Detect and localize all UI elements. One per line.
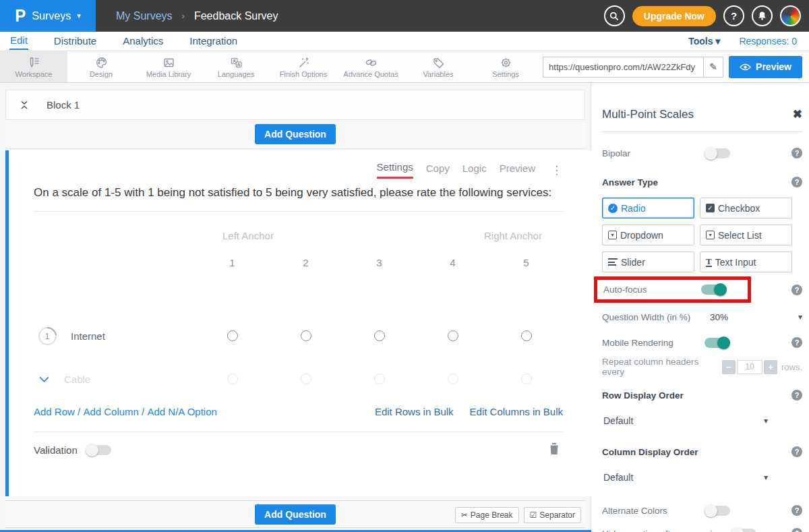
close-panel-icon[interactable]: ✖ [793, 107, 802, 121]
separator-button[interactable]: ☑ Separator [524, 507, 581, 523]
right-anchor-input[interactable]: Right Anchor [484, 230, 542, 241]
add-row-link[interactable]: Add Row [34, 406, 75, 417]
alternate-colors-help-icon[interactable]: ? [791, 505, 802, 516]
add-question-button-top[interactable]: Add Question [255, 124, 336, 144]
bipolar-toggle[interactable] [705, 148, 730, 158]
add-na-option-link[interactable]: Add N/A Option [147, 406, 216, 417]
toolbar-item-finish-options[interactable]: Finish Options [270, 51, 337, 82]
block-title[interactable]: Block 1 [47, 99, 80, 111]
question-tab-logic[interactable]: Logic [462, 162, 487, 178]
validation-toggle[interactable] [86, 445, 111, 455]
row-display-help-icon[interactable]: ? [791, 390, 802, 401]
answer-type-select-list[interactable]: ▾ Select List [700, 225, 792, 245]
radio-internet-5[interactable] [521, 330, 532, 341]
answer-type-radio[interactable]: ✓ Radio [602, 198, 694, 218]
mobile-rendering-toggle[interactable] [705, 338, 730, 348]
stepper-plus-button[interactable]: + [764, 360, 777, 374]
page-break-button[interactable]: ✂ Page Break [455, 507, 519, 523]
radio-internet-2[interactable] [301, 330, 311, 341]
breadcrumb-my-surveys[interactable]: My Surveys [116, 10, 173, 22]
search-button[interactable] [604, 5, 625, 26]
toolbar-item-media-library[interactable]: Media Library [135, 51, 202, 82]
alternate-colors-toggle[interactable] [705, 506, 730, 516]
radio-internet-4[interactable] [448, 330, 458, 341]
scale-number-5[interactable]: 5 [489, 257, 563, 268]
hide-question-toggle[interactable] [731, 529, 756, 532]
chevron-down-icon[interactable] [38, 376, 50, 383]
mobile-rendering-help-icon[interactable]: ? [791, 337, 802, 348]
toolbar-item-workspace[interactable]: Workspace [0, 51, 67, 82]
question-mark-icon: ? [731, 10, 737, 22]
scale-number-4[interactable]: 4 [416, 257, 489, 268]
question-width-value[interactable]: 30% [710, 312, 728, 322]
collapse-block-button[interactable] [20, 99, 29, 111]
repeat-headers-label: Repeat column headers every [602, 357, 722, 377]
alternate-colors-row: Alternate Colors ? [602, 501, 802, 520]
answer-type-checkbox[interactable]: ✓ Checkbox [700, 198, 792, 218]
responses-count-link[interactable]: Responses: 0 [739, 36, 797, 47]
question-tab-copy[interactable]: Copy [426, 162, 450, 178]
question-text[interactable]: On a scale of 1-5 with 1 being not satis… [34, 184, 553, 202]
toolbar-item-advance-quotas[interactable]: Advance Quotas [337, 51, 404, 82]
radio-cable-3[interactable] [374, 374, 385, 384]
tab-edit[interactable]: Edit [9, 32, 28, 50]
add-question-button-bottom[interactable]: Add Question [255, 504, 336, 525]
row-label-cable[interactable]: Cable [64, 374, 90, 385]
question-tab-settings[interactable]: Settings [377, 161, 413, 179]
answer-type-help-icon[interactable]: ? [791, 177, 802, 187]
question-width-label: Question Width (in %) [602, 312, 710, 322]
radio-cable-5[interactable] [521, 374, 532, 384]
radio-cable-1[interactable] [227, 374, 238, 384]
toolbar-item-languages[interactable]: Languages [202, 51, 270, 82]
left-anchor-input[interactable]: Left Anchor [222, 230, 274, 241]
answer-type-dropdown[interactable]: ▾ Dropdown [602, 225, 694, 245]
bipolar-row: Bipolar ? [602, 142, 802, 164]
user-avatar[interactable] [780, 5, 801, 26]
dropdown-box-icon: ▾ [608, 231, 617, 239]
tab-integration[interactable]: Integration [189, 33, 238, 49]
scale-number-3[interactable]: 3 [342, 257, 416, 268]
radio-internet-3[interactable] [374, 330, 385, 341]
edit-columns-in-bulk-link[interactable]: Edit Columns in Bulk [470, 406, 563, 417]
radio-internet-1[interactable] [227, 330, 238, 341]
preview-button[interactable]: Preview [729, 56, 802, 78]
question-width-caret-icon[interactable]: ▾ [798, 312, 802, 322]
upgrade-now-button[interactable]: Upgrade Now [632, 6, 716, 26]
row-label-internet[interactable]: Internet [71, 330, 105, 342]
column-display-order-select[interactable]: Default ▾ [602, 470, 768, 485]
toolbar-item-settings[interactable]: Settings [472, 51, 539, 82]
answer-type-slider[interactable]: Slider [602, 252, 694, 272]
notifications-button[interactable] [752, 5, 773, 26]
row-display-caret-icon: ▾ [764, 416, 768, 425]
edit-url-button[interactable]: ✎ [703, 57, 723, 78]
column-display-help-icon[interactable]: ? [791, 446, 802, 457]
question-more-menu-icon[interactable]: ⋮ [551, 163, 563, 177]
row-display-order-select[interactable]: Default ▾ [602, 413, 768, 428]
auto-focus-row: Auto-focus ? [602, 276, 802, 303]
radio-cable-2[interactable] [301, 374, 311, 384]
auto-focus-toggle[interactable] [701, 285, 727, 295]
tab-analytics[interactable]: Analytics [122, 33, 164, 49]
scale-number-2[interactable]: 2 [269, 257, 342, 268]
stepper-value[interactable]: 10 [737, 360, 762, 374]
hide-question-help-icon[interactable]: ? [791, 528, 802, 532]
scale-number-1[interactable]: 1 [196, 257, 269, 268]
delete-question-button[interactable] [549, 442, 560, 458]
row-drag-handle[interactable]: 1 [34, 323, 60, 349]
add-column-link[interactable]: Add Column [83, 406, 139, 417]
toolbar-item-design[interactable]: Design [67, 51, 135, 82]
survey-url-input[interactable] [543, 57, 703, 78]
auto-focus-help-icon[interactable]: ? [791, 285, 802, 295]
stepper-minus-button[interactable]: − [722, 360, 736, 374]
edit-rows-in-bulk-link[interactable]: Edit Rows in Bulk [375, 406, 454, 417]
help-button[interactable]: ? [723, 5, 744, 26]
surveys-app-menu[interactable]: P Surveys ▾ [0, 0, 96, 32]
answer-type-text-input[interactable]: T Text Input [700, 252, 792, 272]
scale-numbers-row: 1 2 3 4 5 [34, 257, 563, 268]
tools-dropdown[interactable]: Tools ▾ [688, 36, 720, 47]
bipolar-help-icon[interactable]: ? [791, 148, 802, 158]
radio-cable-4[interactable] [448, 374, 458, 384]
question-tab-preview[interactable]: Preview [500, 162, 535, 178]
toolbar-item-variables[interactable]: Variables [404, 51, 472, 82]
tab-distribute[interactable]: Distribute [53, 33, 97, 49]
